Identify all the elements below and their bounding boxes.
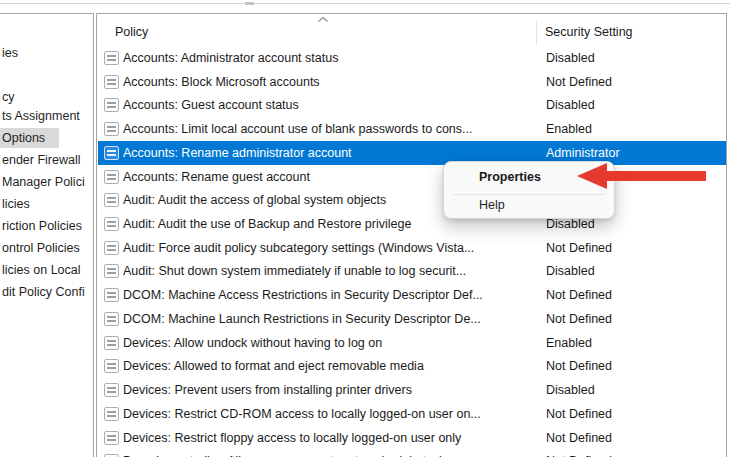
context-menu: Properties Help: [443, 161, 615, 219]
policy-document-icon: [104, 170, 119, 184]
tree-item[interactable]: dit Policy Confi: [0, 282, 94, 302]
security-setting-cell: Not Defined: [546, 236, 612, 260]
toolbar-bottom-divider: [0, 3, 730, 4]
column-header-policy[interactable]: Policy: [115, 22, 148, 42]
tree-item[interactable]: licies: [0, 194, 44, 214]
tree-item-label: ies: [2, 46, 18, 60]
policy-document-icon: [104, 383, 119, 397]
security-setting-cell: Not Defined: [546, 426, 612, 450]
security-setting-cell: Not Defined: [546, 283, 612, 307]
policy-row[interactable]: Audit: Audit the use of Backup and Resto…: [98, 212, 727, 236]
policy-name-cell: Devices: Restrict CD-ROM access to local…: [123, 402, 535, 426]
policy-name-cell: Devices: Prevent users from installing p…: [123, 378, 535, 402]
properties-label: Properties: [479, 170, 541, 184]
policy-name-cell: Devices: Allowed to format and eject rem…: [123, 354, 535, 378]
security-setting-cell: Not Defined: [546, 307, 612, 331]
sort-ascending-icon[interactable]: [317, 16, 329, 23]
security-setting-cell: Enabled: [546, 331, 592, 355]
policy-row[interactable]: Devices: Restrict CD-ROM access to local…: [98, 402, 727, 426]
policy-list-panel: Policy Security Setting Accounts: Admini…: [96, 13, 727, 457]
policy-name-cell: Devices: Restrict floppy access to local…: [123, 426, 535, 450]
policy-document-icon: [104, 146, 119, 160]
context-menu-item-help[interactable]: Help: [444, 195, 614, 219]
security-setting-cell: Not Defined: [546, 354, 612, 378]
toolbar-divider-tick: [245, 2, 254, 5]
security-setting-cell: Disabled: [546, 259, 595, 283]
policy-row-selected[interactable]: Accounts: Rename administrator account A…: [98, 141, 727, 165]
policy-row[interactable]: Devices: Prevent users from installing p…: [98, 378, 727, 402]
tree-item-label: dit Policy Confi: [2, 285, 85, 299]
policy-row[interactable]: Audit: Audit the access of global system…: [98, 188, 727, 212]
policy-row[interactable]: Audit: Force audit policy subcategory se…: [98, 236, 727, 260]
tree-item[interactable]: ies: [0, 43, 32, 63]
policy-name-cell: DCOM: Machine Launch Restrictions in Sec…: [123, 307, 535, 331]
tree-item-label: licies: [2, 197, 30, 211]
policy-document-icon: [104, 264, 119, 278]
policy-document-icon: [104, 75, 119, 89]
policy-document-icon: [104, 217, 119, 231]
policy-row[interactable]: Accounts: Limit local account use of bla…: [98, 117, 727, 141]
security-setting-cell: Disabled: [546, 378, 595, 402]
policy-row[interactable]: Devices: Allowed to format and eject rem…: [98, 354, 727, 378]
policy-document-icon: [104, 122, 119, 136]
policy-name-cell: Accounts: Guest account status: [123, 93, 535, 117]
help-label: Help: [479, 198, 505, 212]
tree-item-label: ontrol Policies: [2, 241, 80, 255]
policy-row[interactable]: Devices: Allow undock without having to …: [98, 331, 727, 355]
column-divider[interactable]: [536, 21, 537, 45]
tree-item[interactable]: riction Policies: [0, 216, 94, 236]
context-menu-item-properties[interactable]: Properties: [444, 162, 614, 194]
policy-row[interactable]: DCOM: Machine Access Restrictions in Sec…: [98, 283, 727, 307]
policy-name-cell: Devices: Allow undock without having to …: [123, 331, 535, 355]
list-header: Policy Security Setting: [97, 14, 726, 46]
policy-row[interactable]: Accounts: Administrator account status D…: [98, 46, 727, 70]
policy-name-cell: Audit: Force audit policy subcategory se…: [123, 236, 535, 260]
security-setting-cell: Enabled: [546, 117, 592, 141]
policy-document-icon: [104, 98, 119, 112]
tree-item[interactable]: ts Assignment: [0, 106, 94, 126]
policy-row[interactable]: Audit: Shut down system immediately if u…: [98, 259, 727, 283]
tree-item-label: cy: [2, 90, 15, 104]
policy-name-cell: Accounts: Administrator account status: [123, 46, 535, 70]
console-tree-panel: iescyts AssignmentOptionsender FirewallM…: [0, 13, 94, 457]
tree-item[interactable]: Manager Polici: [0, 172, 94, 192]
tree-item[interactable]: cy: [0, 87, 29, 107]
local-security-policy-window: { "tree": { "items": [ { "label": "ies",…: [0, 0, 730, 457]
policy-row[interactable]: DCOM: Machine Launch Restrictions in Sec…: [98, 307, 727, 331]
policy-row[interactable]: Devices: Restrict floppy access to local…: [98, 426, 727, 450]
policy-row[interactable]: Accounts: Guest account status Disabled: [98, 93, 727, 117]
policy-row[interactable]: Accounts: Rename guest account: [98, 165, 727, 189]
policy-name-cell: Domain controller: Allow server operator…: [123, 449, 535, 457]
policy-name-cell: Accounts: Limit local account use of bla…: [123, 117, 535, 141]
policy-row[interactable]: Accounts: Block Microsoft accounts Not D…: [98, 70, 727, 94]
tree-item-label: riction Policies: [2, 219, 82, 233]
tree-item-label: licies on Local: [2, 263, 81, 277]
policy-document-icon: [104, 51, 119, 65]
security-setting-cell: Not Defined: [546, 402, 612, 426]
tree-item-security-options[interactable]: Options: [0, 128, 59, 148]
tree-item[interactable]: ontrol Policies: [0, 238, 94, 258]
security-setting-cell: Disabled: [546, 46, 595, 70]
policy-document-icon: [104, 431, 119, 445]
policy-document-icon: [104, 336, 119, 350]
policy-document-icon: [104, 312, 119, 326]
policy-name-cell: Audit: Shut down system immediately if u…: [123, 259, 535, 283]
policy-document-icon: [104, 407, 119, 421]
tree-item-label: Options: [2, 131, 45, 145]
policy-document-icon: [104, 193, 119, 207]
security-setting-cell: Not Defined: [546, 70, 612, 94]
column-header-security-setting[interactable]: Security Setting: [545, 22, 633, 42]
policy-document-icon: [104, 359, 119, 373]
tree-item[interactable]: ender Firewall: [0, 150, 94, 170]
policy-document-icon: [104, 241, 119, 255]
security-setting-cell: Disabled: [546, 93, 595, 117]
policy-name-cell: Accounts: Block Microsoft accounts: [123, 70, 535, 94]
tree-item-label: Manager Polici: [2, 175, 85, 189]
tree-item-label: ts Assignment: [2, 109, 80, 123]
tree-item-label: ender Firewall: [2, 153, 81, 167]
policy-row[interactable]: Domain controller: Allow server operator…: [98, 449, 727, 457]
policy-name-cell: DCOM: Machine Access Restrictions in Sec…: [123, 283, 535, 307]
security-setting-cell: Not Defined: [546, 449, 612, 457]
policy-document-icon: [104, 288, 119, 302]
tree-item[interactable]: licies on Local: [0, 260, 94, 280]
